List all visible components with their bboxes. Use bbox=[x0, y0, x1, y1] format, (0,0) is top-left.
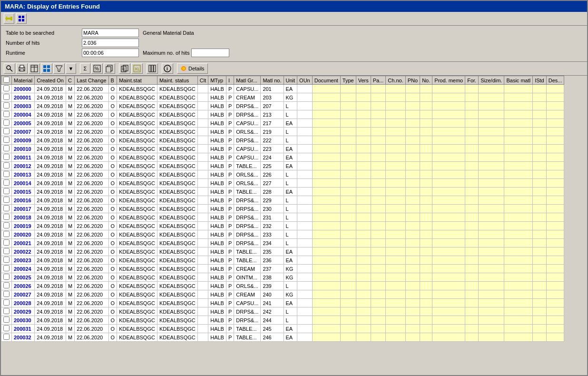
row-checkbox-cell[interactable] bbox=[1, 102, 12, 110]
cell-material[interactable]: 200020 bbox=[12, 230, 35, 239]
calc-button[interactable]: % bbox=[91, 63, 103, 74]
row-checkbox-cell[interactable] bbox=[1, 239, 12, 247]
row-checkbox-cell[interactable] bbox=[1, 145, 12, 153]
row-checkbox-cell[interactable] bbox=[1, 110, 12, 119]
cell-material[interactable]: 200007 bbox=[12, 128, 35, 136]
row-checkbox-cell[interactable] bbox=[1, 265, 12, 273]
row-checkbox-cell[interactable] bbox=[1, 170, 12, 179]
row-checkbox[interactable] bbox=[3, 188, 10, 194]
cell-material[interactable]: 200023 bbox=[12, 256, 35, 265]
nav-back-button[interactable] bbox=[4, 13, 14, 24]
cell-material[interactable]: 200028 bbox=[12, 299, 35, 307]
row-checkbox-cell[interactable] bbox=[1, 256, 12, 265]
export2-button[interactable]: XL bbox=[131, 63, 143, 74]
row-checkbox[interactable] bbox=[3, 317, 10, 323]
row-checkbox[interactable] bbox=[3, 299, 10, 306]
row-checkbox-cell[interactable] bbox=[1, 213, 12, 222]
row-checkbox[interactable] bbox=[3, 111, 10, 117]
data-table-container[interactable]: Material Created On C Last Change B Main… bbox=[1, 76, 587, 342]
cell-material[interactable]: 200024 bbox=[12, 265, 35, 273]
table-input[interactable] bbox=[82, 29, 139, 37]
row-checkbox-cell[interactable] bbox=[1, 93, 12, 102]
filter-active-button[interactable]: ▼ bbox=[66, 63, 76, 74]
max-hits-input[interactable] bbox=[191, 49, 229, 57]
row-checkbox-cell[interactable] bbox=[1, 290, 12, 299]
row-checkbox[interactable] bbox=[3, 274, 10, 280]
row-checkbox-cell[interactable] bbox=[1, 299, 12, 307]
row-checkbox[interactable] bbox=[3, 257, 10, 263]
filter-button[interactable] bbox=[53, 63, 65, 74]
row-checkbox-cell[interactable] bbox=[1, 230, 12, 239]
cell-material[interactable]: 200013 bbox=[12, 170, 35, 179]
row-checkbox[interactable] bbox=[3, 119, 10, 126]
row-checkbox-cell[interactable] bbox=[1, 247, 12, 256]
cell-material[interactable]: 200011 bbox=[12, 153, 35, 162]
cell-material[interactable]: 200026 bbox=[12, 282, 35, 290]
cell-material[interactable]: 200001 bbox=[12, 93, 35, 102]
cell-material[interactable]: 200009 bbox=[12, 136, 35, 145]
cell-material[interactable]: 200005 bbox=[12, 119, 35, 128]
info-button[interactable]: i bbox=[162, 63, 173, 74]
row-checkbox[interactable] bbox=[3, 85, 10, 91]
row-checkbox[interactable] bbox=[3, 102, 10, 109]
row-checkbox-cell[interactable] bbox=[1, 333, 12, 342]
cell-material[interactable]: 200004 bbox=[12, 110, 35, 119]
row-checkbox[interactable] bbox=[3, 334, 10, 340]
row-checkbox[interactable] bbox=[3, 145, 10, 151]
copy-button[interactable] bbox=[104, 63, 115, 74]
row-checkbox-cell[interactable] bbox=[1, 273, 12, 282]
row-checkbox[interactable] bbox=[3, 265, 10, 271]
row-checkbox[interactable] bbox=[3, 222, 10, 228]
row-checkbox[interactable] bbox=[3, 162, 10, 168]
print-button[interactable] bbox=[16, 63, 28, 74]
row-checkbox[interactable] bbox=[3, 179, 10, 186]
cell-material[interactable]: 200030 bbox=[12, 316, 35, 325]
cell-material[interactable]: 200018 bbox=[12, 213, 35, 222]
row-checkbox[interactable] bbox=[3, 154, 10, 160]
row-checkbox-cell[interactable] bbox=[1, 205, 12, 213]
row-checkbox-cell[interactable] bbox=[1, 162, 12, 170]
cell-material[interactable]: 200021 bbox=[12, 239, 35, 247]
row-checkbox-cell[interactable] bbox=[1, 179, 12, 188]
cell-material[interactable]: 200031 bbox=[12, 325, 35, 333]
cell-material[interactable]: 200022 bbox=[12, 247, 35, 256]
sum-button[interactable]: Σ bbox=[80, 63, 90, 74]
cell-material[interactable]: 200025 bbox=[12, 273, 35, 282]
row-checkbox-cell[interactable] bbox=[1, 222, 12, 230]
row-checkbox[interactable] bbox=[3, 128, 10, 134]
cell-material[interactable]: 200029 bbox=[12, 307, 35, 316]
row-checkbox-cell[interactable] bbox=[1, 282, 12, 290]
settings-button[interactable] bbox=[16, 13, 27, 24]
row-checkbox[interactable] bbox=[3, 248, 10, 254]
row-checkbox[interactable] bbox=[3, 239, 10, 246]
row-checkbox[interactable] bbox=[3, 137, 10, 143]
cell-material[interactable]: 200017 bbox=[12, 205, 35, 213]
find-button[interactable] bbox=[4, 63, 15, 74]
row-checkbox-cell[interactable] bbox=[1, 316, 12, 325]
cell-material[interactable]: 200027 bbox=[12, 290, 35, 299]
row-checkbox[interactable] bbox=[3, 282, 10, 288]
row-checkbox-cell[interactable] bbox=[1, 85, 12, 93]
cell-material[interactable]: 200012 bbox=[12, 162, 35, 170]
columns-button[interactable] bbox=[147, 63, 158, 74]
cell-material[interactable]: 200003 bbox=[12, 102, 35, 110]
row-checkbox[interactable] bbox=[3, 197, 10, 203]
export-button[interactable] bbox=[119, 63, 130, 74]
row-checkbox-cell[interactable] bbox=[1, 188, 12, 196]
row-checkbox-cell[interactable] bbox=[1, 136, 12, 145]
row-checkbox-cell[interactable] bbox=[1, 119, 12, 128]
settings2-button[interactable] bbox=[41, 63, 52, 74]
cell-material[interactable]: 200000 bbox=[12, 85, 35, 93]
row-checkbox-cell[interactable] bbox=[1, 196, 12, 205]
cell-material[interactable]: 200019 bbox=[12, 222, 35, 230]
cell-material[interactable]: 200010 bbox=[12, 145, 35, 153]
row-checkbox-cell[interactable] bbox=[1, 128, 12, 136]
cell-material[interactable]: 200016 bbox=[12, 196, 35, 205]
row-checkbox[interactable] bbox=[3, 308, 10, 314]
cell-material[interactable]: 200014 bbox=[12, 179, 35, 188]
row-checkbox-cell[interactable] bbox=[1, 325, 12, 333]
row-checkbox[interactable] bbox=[3, 231, 10, 237]
select-all-checkbox[interactable] bbox=[3, 77, 10, 83]
row-checkbox[interactable] bbox=[3, 214, 10, 220]
row-checkbox-cell[interactable] bbox=[1, 307, 12, 316]
